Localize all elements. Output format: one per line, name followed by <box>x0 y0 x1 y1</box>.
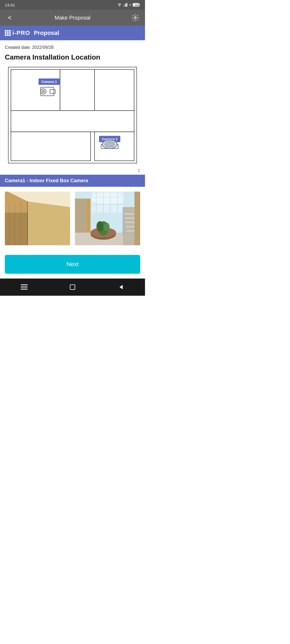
photos-row <box>5 187 140 250</box>
svg-rect-60 <box>21 284 28 285</box>
page-number: 1 <box>5 167 140 175</box>
back-nav-button[interactable] <box>113 282 129 292</box>
menu-button[interactable] <box>16 282 32 292</box>
svg-rect-63 <box>70 285 75 290</box>
battery-icon: 100 <box>133 3 140 7</box>
svg-marker-32 <box>28 202 70 245</box>
brand-dots <box>5 30 11 36</box>
svg-rect-6 <box>139 4 140 6</box>
svg-rect-2 <box>125 3 126 7</box>
brand-bar: i-PRO Proposal <box>0 26 145 40</box>
home-icon <box>70 284 75 290</box>
next-button[interactable]: Next <box>5 255 140 274</box>
svg-rect-57 <box>122 207 124 236</box>
svg-rect-0 <box>123 5 124 7</box>
svg-rect-3 <box>126 3 127 7</box>
svg-text:100: 100 <box>135 4 138 6</box>
svg-point-19 <box>42 90 45 93</box>
svg-rect-9 <box>11 69 60 111</box>
svg-rect-61 <box>21 287 28 287</box>
svg-point-59 <box>90 193 125 204</box>
bottom-nav <box>0 279 145 296</box>
menu-icon <box>21 284 28 290</box>
signal-icon <box>123 3 128 7</box>
wifi-icon <box>117 3 122 7</box>
floor-plan-svg: Camera 1 Camera 2 <box>9 67 136 163</box>
status-bar: 13:41 ✕ 100 <box>0 0 145 10</box>
photo-2 <box>75 192 140 245</box>
brand-logo: i-PRO <box>5 30 30 36</box>
svg-marker-34 <box>5 213 28 245</box>
svg-rect-58 <box>135 192 140 245</box>
brand-name: i-PRO <box>12 30 30 36</box>
next-button-wrapper: Next <box>0 250 145 279</box>
svg-rect-13 <box>11 132 91 161</box>
back-button[interactable]: < <box>5 14 15 21</box>
settings-button[interactable] <box>130 13 140 23</box>
svg-point-49 <box>96 221 103 232</box>
nav-bar: < Make Proposal <box>0 10 145 26</box>
svg-rect-10 <box>60 69 95 111</box>
svg-rect-1 <box>124 4 125 7</box>
svg-rect-62 <box>21 289 28 290</box>
photo2-svg <box>75 192 140 245</box>
gear-icon <box>132 14 139 21</box>
status-icons: ✕ 100 <box>117 3 140 7</box>
svg-marker-64 <box>119 285 123 289</box>
nav-title: Make Proposal <box>55 15 90 21</box>
brand-proposal-label: Proposal <box>34 30 59 36</box>
svg-point-25 <box>105 142 115 147</box>
svg-rect-12 <box>11 111 134 132</box>
svg-rect-11 <box>95 69 134 111</box>
photo-1 <box>5 192 70 245</box>
back-icon <box>118 284 124 290</box>
camera-section-header: Camera1 - Indoor Fixed Box Camera <box>0 175 145 187</box>
signal-x: ✕ <box>129 3 131 7</box>
main-content: Created date: 2022/09/28 Camera Installa… <box>0 40 145 250</box>
section-title: Camera Installation Location <box>5 53 140 61</box>
svg-point-8 <box>135 17 136 19</box>
created-date: Created date: 2022/09/28 <box>5 45 140 50</box>
svg-text:Camera 1: Camera 1 <box>41 80 57 84</box>
floor-plan: Camera 1 Camera 2 <box>8 67 137 163</box>
home-button[interactable] <box>64 282 81 292</box>
status-time: 13:41 <box>5 3 15 7</box>
photo1-svg <box>5 192 70 245</box>
svg-point-50 <box>104 223 110 231</box>
